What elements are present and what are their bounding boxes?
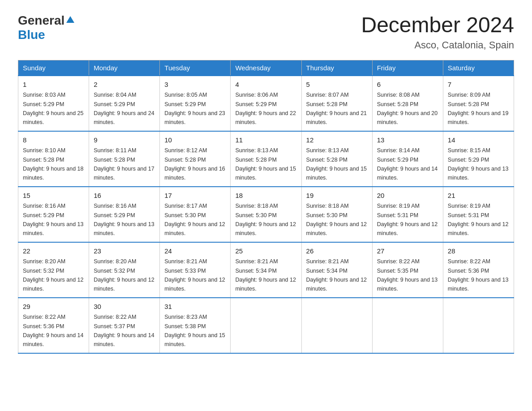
day-number: 15: [23, 191, 84, 201]
day-info: Sunrise: 8:22 AMSunset: 5:35 PMDaylight:…: [377, 258, 438, 292]
logo: General Blue: [18, 13, 75, 42]
day-number: 3: [164, 80, 226, 90]
table-row: 24 Sunrise: 8:21 AMSunset: 5:33 PMDaylig…: [160, 242, 231, 298]
header-saturday: Saturday: [443, 60, 514, 76]
day-info: Sunrise: 8:17 AMSunset: 5:30 PMDaylight:…: [164, 203, 225, 236]
day-info: Sunrise: 8:13 AMSunset: 5:28 PMDaylight:…: [306, 147, 367, 181]
day-info: Sunrise: 8:21 AMSunset: 5:34 PMDaylight:…: [306, 258, 367, 292]
table-row: 3 Sunrise: 8:05 AMSunset: 5:29 PMDayligh…: [160, 76, 231, 131]
day-number: 14: [448, 135, 509, 146]
table-row: 18 Sunrise: 8:18 AMSunset: 5:30 PMDaylig…: [231, 187, 301, 242]
table-row: 12 Sunrise: 8:13 AMSunset: 5:28 PMDaylig…: [301, 131, 372, 187]
day-number: 19: [306, 191, 368, 201]
table-row: [301, 298, 372, 353]
day-number: 29: [23, 302, 84, 312]
header-thursday: Thursday: [301, 60, 372, 76]
day-number: 31: [164, 302, 226, 312]
day-number: 2: [94, 80, 155, 90]
calendar-week-row: 15 Sunrise: 8:16 AMSunset: 5:29 PMDaylig…: [18, 187, 514, 242]
day-number: 8: [23, 135, 84, 146]
calendar-week-row: 1 Sunrise: 8:03 AMSunset: 5:29 PMDayligh…: [18, 76, 514, 131]
calendar-table: Sunday Monday Tuesday Wednesday Thursday…: [18, 60, 514, 354]
day-info: Sunrise: 8:04 AMSunset: 5:29 PMDaylight:…: [94, 92, 154, 125]
day-number: 4: [235, 80, 296, 90]
day-number: 13: [377, 135, 438, 146]
table-row: [231, 298, 301, 353]
table-row: 30 Sunrise: 8:22 AMSunset: 5:37 PMDaylig…: [89, 298, 160, 353]
day-number: 7: [448, 80, 509, 90]
table-row: 16 Sunrise: 8:16 AMSunset: 5:29 PMDaylig…: [89, 187, 160, 242]
day-info: Sunrise: 8:12 AMSunset: 5:28 PMDaylight:…: [164, 147, 225, 181]
day-number: 1: [23, 80, 84, 90]
day-number: 30: [94, 302, 155, 312]
table-row: 4 Sunrise: 8:06 AMSunset: 5:29 PMDayligh…: [231, 76, 301, 131]
logo-triangle-icon: [65, 15, 75, 25]
day-info: Sunrise: 8:21 AMSunset: 5:34 PMDaylight:…: [235, 258, 296, 292]
table-row: 26 Sunrise: 8:21 AMSunset: 5:34 PMDaylig…: [301, 242, 372, 298]
table-row: 2 Sunrise: 8:04 AMSunset: 5:29 PMDayligh…: [89, 76, 160, 131]
day-info: Sunrise: 8:22 AMSunset: 5:37 PMDaylight:…: [94, 314, 154, 347]
logo-general-text: General: [18, 13, 64, 28]
table-row: 21 Sunrise: 8:19 AMSunset: 5:31 PMDaylig…: [443, 187, 514, 242]
day-info: Sunrise: 8:07 AMSunset: 5:28 PMDaylight:…: [306, 92, 367, 125]
table-row: 20 Sunrise: 8:19 AMSunset: 5:31 PMDaylig…: [372, 187, 443, 242]
day-info: Sunrise: 8:22 AMSunset: 5:36 PMDaylight:…: [23, 314, 84, 347]
day-number: 20: [377, 191, 438, 201]
day-info: Sunrise: 8:20 AMSunset: 5:32 PMDaylight:…: [94, 258, 154, 292]
table-row: 19 Sunrise: 8:18 AMSunset: 5:30 PMDaylig…: [301, 187, 372, 242]
day-info: Sunrise: 8:15 AMSunset: 5:29 PMDaylight:…: [448, 147, 509, 181]
table-row: 11 Sunrise: 8:13 AMSunset: 5:28 PMDaylig…: [231, 131, 301, 187]
table-row: 27 Sunrise: 8:22 AMSunset: 5:35 PMDaylig…: [372, 242, 443, 298]
day-number: 10: [164, 135, 226, 146]
day-number: 23: [94, 246, 155, 257]
header-friday: Friday: [372, 60, 443, 76]
day-number: 11: [235, 135, 296, 146]
day-info: Sunrise: 8:14 AMSunset: 5:29 PMDaylight:…: [377, 147, 438, 181]
table-row: 31 Sunrise: 8:23 AMSunset: 5:38 PMDaylig…: [160, 298, 231, 353]
header-sunday: Sunday: [18, 60, 89, 76]
day-number: 12: [306, 135, 368, 146]
table-row: 28 Sunrise: 8:22 AMSunset: 5:36 PMDaylig…: [443, 242, 514, 298]
day-info: Sunrise: 8:08 AMSunset: 5:28 PMDaylight:…: [377, 92, 438, 125]
day-number: 22: [23, 246, 84, 257]
day-info: Sunrise: 8:09 AMSunset: 5:28 PMDaylight:…: [448, 92, 509, 125]
day-info: Sunrise: 8:19 AMSunset: 5:31 PMDaylight:…: [448, 203, 509, 236]
day-info: Sunrise: 8:16 AMSunset: 5:29 PMDaylight:…: [94, 203, 154, 236]
table-row: 22 Sunrise: 8:20 AMSunset: 5:32 PMDaylig…: [18, 242, 89, 298]
table-row: 17 Sunrise: 8:17 AMSunset: 5:30 PMDaylig…: [160, 187, 231, 242]
day-number: 24: [164, 246, 226, 257]
day-number: 18: [235, 191, 296, 201]
day-info: Sunrise: 8:18 AMSunset: 5:30 PMDaylight:…: [235, 203, 296, 236]
logo-blue-text: Blue: [18, 28, 45, 42]
header-tuesday: Tuesday: [160, 60, 231, 76]
table-row: 9 Sunrise: 8:11 AMSunset: 5:28 PMDayligh…: [89, 131, 160, 187]
day-number: 16: [94, 191, 155, 201]
title-section: December 2024 Asco, Catalonia, Spain: [361, 13, 514, 51]
calendar-week-row: 8 Sunrise: 8:10 AMSunset: 5:28 PMDayligh…: [18, 131, 514, 187]
table-row: [443, 298, 514, 353]
day-info: Sunrise: 8:21 AMSunset: 5:33 PMDaylight:…: [164, 258, 225, 292]
table-row: 8 Sunrise: 8:10 AMSunset: 5:28 PMDayligh…: [18, 131, 89, 187]
header-wednesday: Wednesday: [231, 60, 301, 76]
day-number: 6: [377, 80, 438, 90]
table-row: 6 Sunrise: 8:08 AMSunset: 5:28 PMDayligh…: [372, 76, 443, 131]
day-info: Sunrise: 8:06 AMSunset: 5:29 PMDaylight:…: [235, 92, 296, 125]
table-row: 14 Sunrise: 8:15 AMSunset: 5:29 PMDaylig…: [443, 131, 514, 187]
day-number: 5: [306, 80, 368, 90]
calendar-week-row: 29 Sunrise: 8:22 AMSunset: 5:36 PMDaylig…: [18, 298, 514, 353]
table-row: 1 Sunrise: 8:03 AMSunset: 5:29 PMDayligh…: [18, 76, 89, 131]
day-number: 25: [235, 246, 296, 257]
day-info: Sunrise: 8:22 AMSunset: 5:36 PMDaylight:…: [448, 258, 509, 292]
day-info: Sunrise: 8:11 AMSunset: 5:28 PMDaylight:…: [94, 147, 154, 181]
day-number: 28: [448, 246, 509, 257]
day-number: 27: [377, 246, 438, 257]
day-info: Sunrise: 8:18 AMSunset: 5:30 PMDaylight:…: [306, 203, 367, 236]
day-info: Sunrise: 8:23 AMSunset: 5:38 PMDaylight:…: [164, 314, 225, 347]
header-monday: Monday: [89, 60, 160, 76]
day-info: Sunrise: 8:13 AMSunset: 5:28 PMDaylight:…: [235, 147, 296, 181]
table-row: 23 Sunrise: 8:20 AMSunset: 5:32 PMDaylig…: [89, 242, 160, 298]
table-row: 15 Sunrise: 8:16 AMSunset: 5:29 PMDaylig…: [18, 187, 89, 242]
table-row: 13 Sunrise: 8:14 AMSunset: 5:29 PMDaylig…: [372, 131, 443, 187]
calendar-week-row: 22 Sunrise: 8:20 AMSunset: 5:32 PMDaylig…: [18, 242, 514, 298]
day-number: 9: [94, 135, 155, 146]
